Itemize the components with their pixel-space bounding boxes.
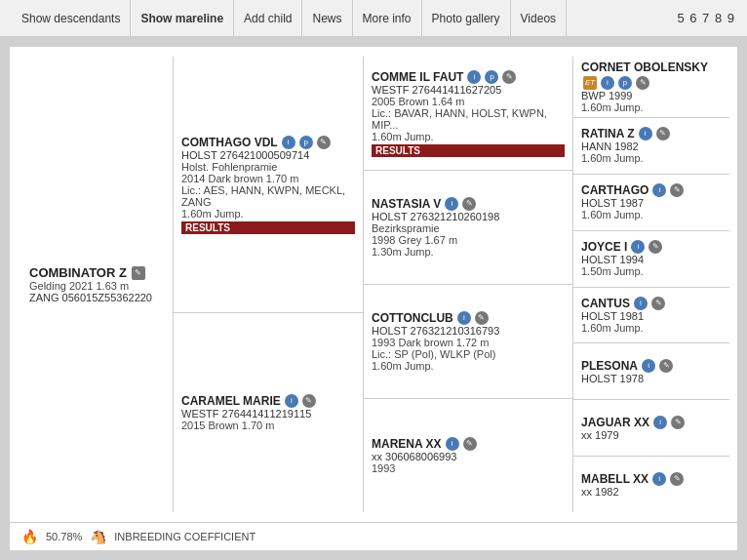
gen4-6-icon2[interactable]: ✎ [671, 416, 685, 429]
gen4-0-jump: 1.60m Jump. [581, 101, 722, 113]
gen3-2-icon1[interactable]: i [457, 311, 471, 325]
gen3-2-info1: 1993 Dark brown 1.72 m [372, 337, 565, 348]
gen2-top-lic: Lic.: AES, HANN, KWPN, MECKL, ZANG [181, 184, 355, 208]
gen4-cell-1: RATINA Z i ✎ HANN 1982 1.60m Jump. [573, 118, 729, 175]
gen3-0-icon2[interactable]: p [485, 70, 498, 84]
gen2-bottom-icon1[interactable]: i [285, 394, 298, 408]
gen3-cell-3: MARENA XX i ✎ xx 306068006993 1993 [364, 399, 572, 512]
gen4-0-icon2[interactable]: p [618, 76, 632, 90]
gen4-4-reg: HOLST 1981 [581, 310, 722, 322]
gen4-3-reg: HOLST 1994 [581, 254, 722, 265]
gen4-6-reg: xx 1979 [581, 429, 722, 441]
gen4-1-reg: HANN 1982 [581, 140, 722, 152]
subject-horse-title: COMBINATOR Z ✎ [29, 265, 161, 280]
top-nav: Show descendants Show mareline Add child… [0, 0, 747, 37]
gen4-2-icon2[interactable]: ✎ [670, 183, 684, 197]
gen2-bottom-name: CARAMEL MARIE [181, 394, 281, 408]
nav-show-descendants[interactable]: Show descendants [12, 0, 131, 37]
gen3-0-info1: 2005 Brown 1.64 m [372, 96, 565, 107]
gen4-4-icon1[interactable]: i [634, 297, 648, 310]
gen3-0-icon1[interactable]: i [467, 70, 481, 84]
gen4-3-title: JOYCE I i ✎ [581, 240, 722, 254]
gen4-5-icon2[interactable]: ✎ [659, 359, 673, 373]
subject-horse-card: COMBINATOR Z ✎ Gelding 2021 1.63 m ZANG … [18, 258, 173, 311]
gen3-0-reg: WESTF 276441411627205 [372, 84, 565, 96]
subject-edit-icon[interactable]: ✎ [132, 266, 145, 280]
gen4-0-et-icon[interactable]: ET [583, 76, 597, 90]
gen2-top-icon3[interactable]: ✎ [317, 136, 331, 149]
gen4-3-jump: 1.50m Jump. [581, 265, 722, 277]
gen2-top-reg: HOLST 276421000509714 [181, 149, 355, 161]
gen3-cell-1-name: NASTASIA V [372, 197, 441, 211]
gen3-2-icon2[interactable]: ✎ [475, 311, 489, 325]
gen4-3-name: JOYCE I [581, 240, 627, 254]
gen4-1-name: RATINA Z [581, 127, 635, 140]
gen4-cell-7: MABELL XX i ✎ xx 1982 [573, 457, 729, 512]
gen3-1-info2: 1998 Grey 1.67 m [372, 234, 565, 246]
gen3-cell-1-title: NASTASIA V i ✎ [372, 197, 565, 211]
nav-videos[interactable]: Videos [511, 0, 567, 37]
gen3-3-reg: xx 306068006993 [372, 451, 565, 462]
nav-photo-gallery[interactable]: Photo gallery [422, 0, 511, 37]
nav-show-mareline[interactable]: Show mareline [131, 0, 234, 37]
gen4-3-icon2[interactable]: ✎ [649, 240, 662, 254]
gen4-6-icon1[interactable]: i [653, 416, 667, 429]
footer-bar: 🔥 50.78% 🐴 INBREEDING COEFFICIENT [10, 522, 737, 550]
gen3-0-results[interactable]: RESULTS [372, 144, 565, 157]
gen4-0-reg: BWP 1999 [581, 90, 722, 101]
gen4-4-title: CANTUS i ✎ [581, 297, 722, 310]
main-content: COMBINATOR Z ✎ Gelding 2021 1.63 m ZANG … [10, 47, 737, 550]
gen2-bottom-icon2[interactable]: ✎ [302, 394, 316, 408]
gen4-cell-3: JOYCE I i ✎ HOLST 1994 1.50m Jump. [573, 231, 729, 288]
gen3-3-info1: 1993 [372, 462, 565, 474]
gen4-1-jump: 1.60m Jump. [581, 152, 722, 164]
gen3-1-jump: 1.30m Jump. [372, 246, 565, 258]
gen4-0-icon1[interactable]: i [601, 76, 614, 90]
gen4-1-icon1[interactable]: i [639, 127, 652, 140]
gen4-0-name: CORNET OBOLENSKY [581, 60, 708, 74]
nav-pagination[interactable]: 5 6 7 8 9 [677, 11, 735, 25]
gen3-cell-0-title: COMME IL FAUT i p ✎ [372, 70, 565, 84]
gen4-4-jump: 1.60m Jump. [581, 322, 722, 334]
gen3-2-lic: Lic.: SP (Pol), WLKP (Pol) [372, 348, 565, 360]
gen4-3-icon1[interactable]: i [631, 240, 645, 254]
gen3-2-jump: 1.60m Jump. [372, 360, 565, 372]
nav-more-info[interactable]: More info [353, 0, 422, 37]
gen2-bottom-info1: 2015 Brown 1.70 m [181, 420, 355, 431]
gen3-0-jump: 1.60m Jump. [372, 131, 565, 142]
gen3-0-lic: Lic.: BAVAR, HANN, HOLST, KWPN, MIP... [372, 107, 565, 131]
gen3-cell-0: COMME IL FAUT i p ✎ WESTF 27644141162720… [364, 57, 572, 171]
gen4-5-icon1[interactable]: i [642, 359, 655, 373]
gen4-7-icon2[interactable]: ✎ [670, 472, 684, 486]
gen3-1-icon1[interactable]: i [445, 197, 458, 211]
gen4-2-icon1[interactable]: i [652, 183, 666, 197]
gen2-bottom-reg: WESTF 276441411219115 [181, 408, 355, 420]
gen4-0-icon3[interactable]: ✎ [636, 76, 649, 90]
gen3-0-icon3[interactable]: ✎ [502, 70, 516, 84]
gen2-top-results[interactable]: RESULTS [181, 221, 355, 234]
gen4-0-title: CORNET OBOLENSKY ET i p ✎ [581, 60, 722, 90]
gen2-bottom-cell: CARAMEL MARIE i ✎ WESTF 276441411219115 … [174, 313, 363, 512]
gen3-cell-1: NASTASIA V i ✎ HOLST 276321210260198 Bez… [364, 171, 572, 285]
gen3-cell-3-title: MARENA XX i ✎ [372, 437, 565, 451]
nav-add-child[interactable]: Add child [234, 0, 302, 37]
nav-news[interactable]: News [302, 0, 352, 37]
gen3-3-icon2[interactable]: ✎ [463, 437, 477, 451]
gen4-1-icon2[interactable]: ✎ [656, 127, 670, 140]
inbreeding-label: INBREEDING COEFFICIENT [114, 531, 256, 542]
gen3-cell-3-name: MARENA XX [372, 437, 442, 451]
gen2-top-icon1[interactable]: i [282, 136, 295, 149]
gen4-6-title: JAGUAR XX i ✎ [581, 416, 722, 429]
gen3-3-icon1[interactable]: i [446, 437, 459, 451]
gen2-top-icon2[interactable]: p [299, 136, 313, 149]
gen4-7-icon1[interactable]: i [652, 472, 666, 486]
gen3-cell-0-name: COMME IL FAUT [372, 70, 463, 84]
gen4-7-title: MABELL XX i ✎ [581, 472, 722, 486]
gen4-4-icon2[interactable]: ✎ [651, 297, 665, 310]
gen3-col: COMME IL FAUT i p ✎ WESTF 27644141162720… [364, 57, 573, 512]
gen3-1-icon2[interactable]: ✎ [462, 197, 476, 211]
gen4-cell-4: CANTUS i ✎ HOLST 1981 1.60m Jump. [573, 288, 729, 344]
gen4-6-name: JAGUAR XX [581, 416, 649, 429]
gen4-2-name: CARTHAGO [581, 183, 649, 197]
gen2-top-jump: 1.60m Jump. [181, 208, 355, 220]
